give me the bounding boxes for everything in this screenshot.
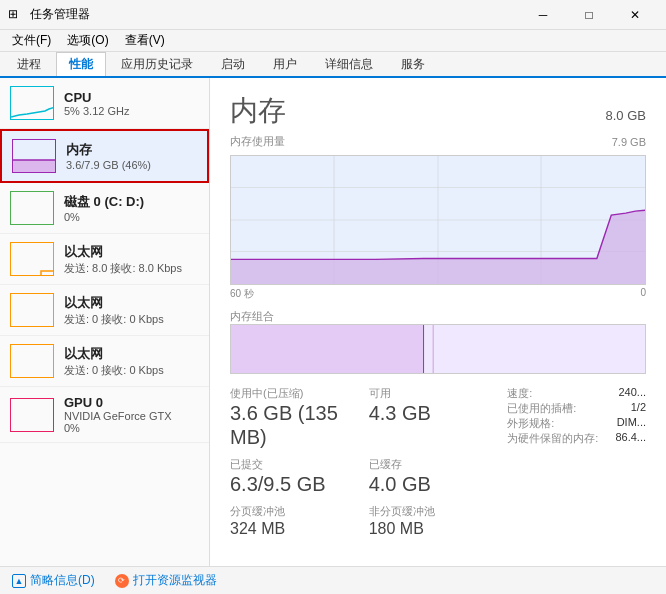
- gpu-mini-graph: [10, 398, 54, 432]
- monitor-link[interactable]: ⟳ 打开资源监视器: [115, 572, 217, 589]
- tab-app-history[interactable]: 应用历史记录: [108, 52, 206, 76]
- left-item-memory[interactable]: 内存 3.6/7.9 GB (46%): [0, 129, 209, 183]
- summary-icon: ▲: [12, 574, 26, 588]
- mem-info: 内存 3.6/7.9 GB (46%): [66, 141, 197, 171]
- eth3-mini-graph: [10, 344, 54, 378]
- composition-label: 内存组合: [230, 310, 274, 322]
- close-button[interactable]: ✕: [612, 0, 658, 30]
- time-label-left: 60 秒: [230, 287, 254, 301]
- title-text: 任务管理器: [30, 6, 90, 23]
- tab-services[interactable]: 服务: [388, 52, 438, 76]
- mem-name: 内存: [66, 141, 197, 159]
- tab-processes[interactable]: 进程: [4, 52, 54, 76]
- menu-file[interactable]: 文件(F): [4, 30, 59, 51]
- gpu-value2: 0%: [64, 422, 199, 434]
- title-bar: ⊞ 任务管理器 ─ □ ✕: [0, 0, 666, 30]
- stat-reserved-value: 86.4...: [615, 431, 646, 446]
- eth1-info: 以太网 发送: 8.0 接收: 8.0 Kbps: [64, 243, 199, 276]
- left-item-cpu[interactable]: CPU 5% 3.12 GHz: [0, 78, 209, 129]
- left-item-gpu[interactable]: GPU 0 NVIDIA GeForce GTX 0%: [0, 387, 209, 443]
- stat-speed-value: 240...: [618, 386, 646, 401]
- stat-speed-label: 速度:: [507, 386, 532, 401]
- stats-grid: 使用中(已压缩) 3.6 GB (135 MB) 可用 4.3 GB 速度: 2…: [230, 386, 646, 538]
- stat-formfactor-value: DIM...: [617, 416, 646, 431]
- usage-max: 7.9 GB: [612, 136, 646, 148]
- tab-bar: 进程 性能 应用历史记录 启动 用户 详细信息 服务: [0, 52, 666, 78]
- tab-details[interactable]: 详细信息: [312, 52, 386, 76]
- time-label-right: 0: [640, 287, 646, 301]
- eth1-mini-graph: [10, 242, 54, 276]
- summary-link[interactable]: ▲ 简略信息(D): [12, 572, 95, 589]
- stat-cached-label: 已缓存: [369, 457, 508, 472]
- stat-paged-value: 324 MB: [230, 519, 369, 538]
- stat-available-label: 可用: [369, 386, 508, 401]
- usage-chart: [230, 155, 646, 285]
- stat-empty: [507, 457, 646, 496]
- menu-bar: 文件(F) 选项(O) 查看(V): [0, 30, 666, 52]
- usage-label: 内存使用量: [230, 134, 285, 149]
- stat-paged: 分页缓冲池 324 MB: [230, 504, 369, 538]
- left-panel: CPU 5% 3.12 GHz 内存 3.6/7.9 GB (46%): [0, 78, 210, 566]
- stat-reserved-label: 为硬件保留的内存:: [507, 431, 598, 446]
- eth1-value: 发送: 8.0 接收: 8.0 Kbps: [64, 261, 199, 276]
- composition-chart: [230, 324, 646, 374]
- cpu-info: CPU 5% 3.12 GHz: [64, 90, 199, 117]
- monitor-icon: ⟳: [115, 574, 129, 588]
- stat-inuse: 使用中(已压缩) 3.6 GB (135 MB): [230, 386, 369, 449]
- stat-inuse-value: 3.6 GB (135 MB): [230, 401, 369, 449]
- stat-cached: 已缓存 4.0 GB: [369, 457, 508, 496]
- tab-startup[interactable]: 启动: [208, 52, 258, 76]
- stat-committed-value: 6.3/9.5 GB: [230, 472, 369, 496]
- eth3-info: 以太网 发送: 0 接收: 0 Kbps: [64, 345, 199, 378]
- right-header: 内存 8.0 GB: [230, 92, 646, 130]
- title-bar-left: ⊞ 任务管理器: [8, 6, 90, 23]
- disk-name: 磁盘 0 (C: D:): [64, 193, 199, 211]
- minimize-button[interactable]: ─: [520, 0, 566, 30]
- summary-label: 简略信息(D): [30, 572, 95, 589]
- eth3-name: 以太网: [64, 345, 199, 363]
- disk-value: 0%: [64, 211, 199, 223]
- stat-empty2: [507, 504, 646, 538]
- eth2-value: 发送: 0 接收: 0 Kbps: [64, 312, 199, 327]
- mem-mini-graph: [12, 139, 56, 173]
- stat-committed: 已提交 6.3/9.5 GB: [230, 457, 369, 496]
- app-icon: ⊞: [8, 7, 24, 23]
- menu-options[interactable]: 选项(O): [59, 30, 116, 51]
- svg-rect-10: [231, 325, 424, 373]
- stat-available-value: 4.3 GB: [369, 401, 508, 425]
- stat-slots-label: 已使用的插槽:: [507, 401, 576, 416]
- cpu-value: 5% 3.12 GHz: [64, 105, 199, 117]
- stat-nonpaged-value: 180 MB: [369, 519, 508, 538]
- left-item-eth2[interactable]: 以太网 发送: 0 接收: 0 Kbps: [0, 285, 209, 336]
- mem-value: 3.6/7.9 GB (46%): [66, 159, 197, 171]
- left-item-disk[interactable]: 磁盘 0 (C: D:) 0%: [0, 183, 209, 234]
- menu-view[interactable]: 查看(V): [117, 30, 173, 51]
- stat-nonpaged-label: 非分页缓冲池: [369, 504, 508, 519]
- disk-info: 磁盘 0 (C: D:) 0%: [64, 193, 199, 223]
- stat-slots-value: 1/2: [631, 401, 646, 416]
- eth1-name: 以太网: [64, 243, 199, 261]
- gpu-value: NVIDIA GeForce GTX: [64, 410, 199, 422]
- stat-paged-label: 分页缓冲池: [230, 504, 369, 519]
- stat-inuse-label: 使用中(已压缩): [230, 386, 369, 401]
- tab-performance[interactable]: 性能: [56, 52, 106, 76]
- chart-time-labels: 60 秒 0: [230, 287, 646, 301]
- eth3-value: 发送: 0 接收: 0 Kbps: [64, 363, 199, 378]
- monitor-label: 打开资源监视器: [133, 572, 217, 589]
- cpu-name: CPU: [64, 90, 199, 105]
- gpu-info: GPU 0 NVIDIA GeForce GTX 0%: [64, 395, 199, 434]
- title-controls: ─ □ ✕: [520, 0, 658, 30]
- left-item-eth1[interactable]: 以太网 发送: 8.0 接收: 8.0 Kbps: [0, 234, 209, 285]
- gpu-name: GPU 0: [64, 395, 199, 410]
- tab-users[interactable]: 用户: [260, 52, 310, 76]
- left-item-eth3[interactable]: 以太网 发送: 0 接收: 0 Kbps: [0, 336, 209, 387]
- stat-nonpaged: 非分页缓冲池 180 MB: [369, 504, 508, 538]
- right-panel: 内存 8.0 GB 内存使用量 7.9 GB: [210, 78, 666, 566]
- disk-mini-graph: [10, 191, 54, 225]
- cpu-mini-graph: [10, 86, 54, 120]
- svg-marker-0: [13, 160, 56, 173]
- main-content: CPU 5% 3.12 GHz 内存 3.6/7.9 GB (46%): [0, 78, 666, 566]
- stat-speed-group: 速度: 240... 已使用的插槽: 1/2 外形规格: DIM... 为硬件保…: [507, 386, 646, 449]
- eth2-name: 以太网: [64, 294, 199, 312]
- maximize-button[interactable]: □: [566, 0, 612, 30]
